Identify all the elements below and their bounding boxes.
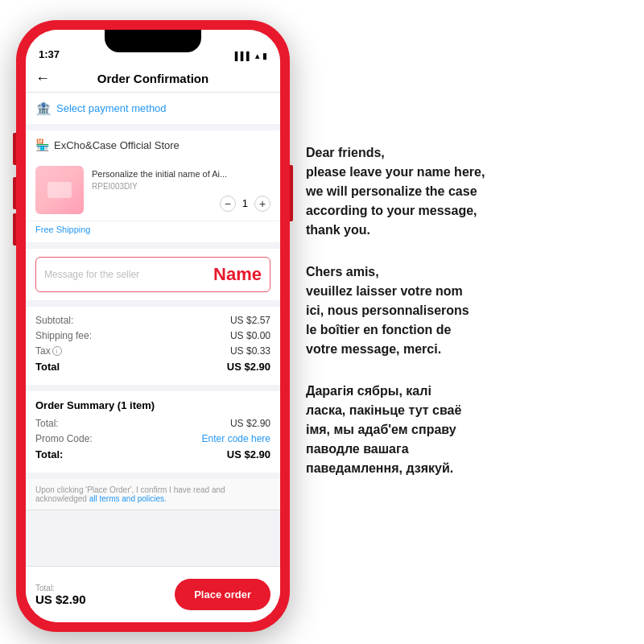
belarusian-text-block: Дарагія сябры, каліласка, пакіньце тут с… [306, 382, 625, 478]
message-section: Message for the seller Name [26, 249, 280, 307]
subtotal-value: US $2.57 [230, 315, 270, 326]
phone-screen: 1:37 ▌▌▌ ▴ ▮ ← Order Confirmation 🏦 Sele… [26, 30, 280, 622]
tax-value: US $0.33 [230, 345, 270, 357]
summary-total-label: Total: [35, 418, 59, 429]
tax-row: Tax i US $0.33 [35, 345, 270, 357]
belarusian-message: Дарагія сябры, каліласка, пакіньце тут с… [306, 382, 625, 478]
right-text-panel: Dear friends,please leave your name here… [290, 119, 644, 525]
back-button[interactable]: ← [35, 70, 50, 87]
store-name: ExCho&Case Official Store [54, 139, 180, 151]
wifi-icon: ▴ [255, 52, 259, 60]
order-summary-title: Order Summary (1 item) [35, 399, 270, 411]
status-time: 1:37 [39, 48, 60, 60]
product-info: Personalize the initial name of Ai... RP… [92, 169, 270, 212]
product-image [35, 166, 84, 214]
phone-mockup: 1:37 ▌▌▌ ▴ ▮ ← Order Confirmation 🏦 Sele… [16, 20, 290, 632]
order-summary-section: Order Summary (1 item) Total: US $2.90 P… [26, 391, 280, 479]
total-label: Total [35, 361, 60, 373]
qty-value: 1 [242, 197, 248, 209]
product-row: Personalize the initial name of Ai... RP… [35, 159, 270, 221]
terms-link[interactable]: all terms and policies. [89, 494, 167, 503]
page-title: Order Confirmation [97, 72, 208, 85]
french-message: Chers amis,veuillez laisser votre nomici… [306, 262, 625, 359]
promo-link[interactable]: Enter code here [202, 433, 270, 444]
product-sku: RPEI003DIY [92, 182, 270, 191]
screen-content: 🏦 Select payment method 🏪 ExCho&Case Off… [26, 93, 280, 614]
summary-total-value: US $2.90 [230, 418, 270, 429]
message-input-wrapper[interactable]: Message for the seller Name [35, 257, 270, 292]
shipping-value: US $0.00 [230, 330, 270, 341]
bottom-total: Total: US $2.90 [35, 584, 86, 606]
english-message: Dear friends,please leave your name here… [306, 143, 625, 240]
promo-label: Promo Code: [35, 433, 93, 444]
shipping-row: Shipping fee: US $0.00 [35, 330, 270, 341]
store-header: 🏪 ExCho&Case Official Store [35, 138, 270, 151]
phone-notch [105, 30, 201, 52]
message-name-highlight: Name [213, 264, 262, 285]
summary-total2-label: Total: [35, 448, 63, 460]
free-shipping-label: Free Shipping [26, 221, 280, 249]
tax-label: Tax i [35, 345, 62, 357]
signal-icon: ▌▌▌ [235, 52, 252, 60]
terms-section: Upon clicking 'Place Order', I confirm I… [26, 479, 280, 510]
qty-increase-button[interactable]: + [254, 196, 270, 212]
bottom-total-label: Total: [35, 584, 86, 592]
summary-total-row: Total: US $2.90 [35, 418, 270, 429]
tax-info-icon[interactable]: i [52, 346, 62, 356]
product-qty: − 1 + [92, 196, 270, 212]
payment-section: 🏦 Select payment method [26, 93, 280, 130]
bottom-bar: Total: US $2.90 Place order [26, 566, 280, 622]
page-header: ← Order Confirmation [26, 65, 280, 93]
store-section: 🏪 ExCho&Case Official Store Personalize … [26, 130, 280, 221]
summary-total2-value: US $2.90 [227, 448, 270, 460]
battery-icon: ▮ [262, 52, 267, 60]
total-row: Total US $2.90 [35, 361, 270, 373]
total-value: US $2.90 [227, 361, 270, 373]
subtotal-row: Subtotal: US $2.57 [35, 315, 270, 326]
select-payment-link[interactable]: Select payment method [56, 102, 167, 114]
english-text-block: Dear friends,please leave your name here… [306, 143, 625, 240]
status-icons: ▌▌▌ ▴ ▮ [235, 52, 267, 60]
summary-total2-row: Total: US $2.90 [35, 448, 270, 460]
message-placeholder: Message for the seller [44, 269, 207, 280]
subtotal-label: Subtotal: [35, 315, 73, 326]
place-order-button[interactable]: Place order [175, 579, 270, 610]
french-text-block: Chers amis,veuillez laisser votre nomici… [306, 262, 625, 359]
shipping-label: Shipping fee: [35, 330, 92, 341]
pricing-section: Subtotal: US $2.57 Shipping fee: US $0.0… [26, 307, 280, 391]
promo-row: Promo Code: Enter code here [35, 433, 270, 444]
bottom-total-value: US $2.90 [35, 592, 86, 606]
store-icon: 🏪 [35, 138, 49, 151]
payment-icon: 🏦 [35, 101, 52, 116]
product-name: Personalize the initial name of Ai... [92, 169, 270, 179]
qty-decrease-button[interactable]: − [220, 196, 236, 212]
